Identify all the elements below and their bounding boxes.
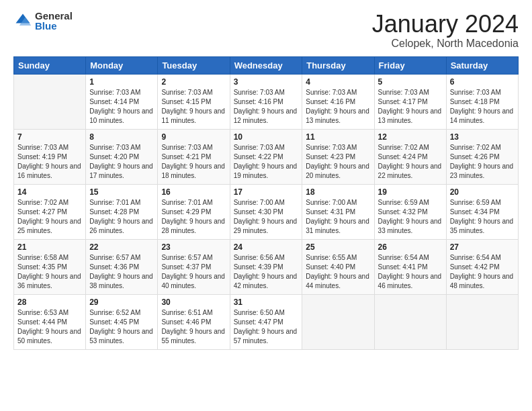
calendar-cell: 31Sunrise: 6:50 AMSunset: 4:47 PMDayligh… [230, 294, 302, 349]
day-info: Sunrise: 6:57 AMSunset: 4:36 PMDaylight:… [89, 253, 154, 291]
day-number: 23 [161, 242, 226, 252]
logo-text: General Blue [35, 11, 73, 31]
day-number: 22 [89, 242, 154, 252]
day-info: Sunrise: 6:50 AMSunset: 4:47 PMDaylight:… [234, 308, 299, 346]
col-sunday: Sunday [14, 56, 86, 74]
calendar-cell: 6Sunrise: 7:03 AMSunset: 4:18 PMDaylight… [446, 74, 518, 129]
calendar-week-0: 1Sunrise: 7:03 AMSunset: 4:14 PMDaylight… [14, 74, 519, 129]
calendar-week-3: 21Sunrise: 6:58 AMSunset: 4:35 PMDayligh… [14, 239, 519, 294]
day-info: Sunrise: 6:54 AMSunset: 4:42 PMDaylight:… [450, 253, 515, 291]
calendar-cell: 11Sunrise: 7:03 AMSunset: 4:23 PMDayligh… [302, 129, 374, 184]
calendar-cell: 13Sunrise: 7:02 AMSunset: 4:26 PMDayligh… [446, 129, 518, 184]
day-number: 29 [89, 298, 154, 307]
calendar-cell: 4Sunrise: 7:03 AMSunset: 4:16 PMDaylight… [302, 74, 374, 129]
calendar-cell: 2Sunrise: 7:03 AMSunset: 4:15 PMDaylight… [158, 74, 230, 129]
day-info: Sunrise: 6:53 AMSunset: 4:44 PMDaylight:… [17, 308, 82, 346]
calendar-cell: 3Sunrise: 7:03 AMSunset: 4:16 PMDaylight… [230, 74, 302, 129]
day-info: Sunrise: 6:59 AMSunset: 4:34 PMDaylight:… [450, 198, 515, 236]
day-number: 9 [161, 132, 226, 142]
calendar-cell: 7Sunrise: 7:03 AMSunset: 4:19 PMDaylight… [14, 129, 86, 184]
calendar-cell: 14Sunrise: 7:02 AMSunset: 4:27 PMDayligh… [14, 184, 86, 239]
calendar-cell: 29Sunrise: 6:52 AMSunset: 4:45 PMDayligh… [86, 294, 158, 349]
day-info: Sunrise: 7:03 AMSunset: 4:18 PMDaylight:… [450, 88, 515, 126]
day-number: 25 [306, 242, 370, 252]
day-info: Sunrise: 6:52 AMSunset: 4:45 PMDaylight:… [89, 308, 154, 346]
calendar-cell [302, 294, 374, 349]
day-info: Sunrise: 6:54 AMSunset: 4:41 PMDaylight:… [378, 253, 443, 291]
calendar-cell: 25Sunrise: 6:55 AMSunset: 4:40 PMDayligh… [302, 239, 374, 294]
day-info: Sunrise: 7:03 AMSunset: 4:14 PMDaylight:… [89, 88, 154, 126]
day-number: 26 [378, 242, 443, 252]
day-info: Sunrise: 7:03 AMSunset: 4:21 PMDaylight:… [161, 143, 226, 181]
day-number: 12 [378, 132, 443, 142]
day-info: Sunrise: 6:59 AMSunset: 4:32 PMDaylight:… [378, 198, 443, 236]
calendar-cell: 12Sunrise: 7:02 AMSunset: 4:24 PMDayligh… [374, 129, 446, 184]
calendar-cell: 22Sunrise: 6:57 AMSunset: 4:36 PMDayligh… [86, 239, 158, 294]
day-number: 30 [161, 298, 226, 307]
day-number: 21 [17, 242, 82, 252]
calendar-cell: 30Sunrise: 6:51 AMSunset: 4:46 PMDayligh… [158, 294, 230, 349]
day-number: 11 [306, 132, 370, 142]
day-number: 14 [17, 187, 82, 197]
calendar-cell: 17Sunrise: 7:00 AMSunset: 4:30 PMDayligh… [230, 184, 302, 239]
day-info: Sunrise: 7:03 AMSunset: 4:16 PMDaylight:… [306, 88, 370, 126]
day-number: 16 [161, 187, 226, 197]
calendar-cell [446, 294, 518, 349]
calendar-cell: 24Sunrise: 6:56 AMSunset: 4:39 PMDayligh… [230, 239, 302, 294]
day-info: Sunrise: 7:01 AMSunset: 4:28 PMDaylight:… [89, 198, 154, 236]
col-thursday: Thursday [302, 56, 374, 74]
calendar-week-4: 28Sunrise: 6:53 AMSunset: 4:44 PMDayligh… [14, 294, 519, 349]
day-number: 2 [161, 77, 226, 87]
day-number: 18 [306, 187, 370, 197]
title-block: January 2024 Celopek, North Macedonia [372, 11, 519, 50]
col-friday: Friday [374, 56, 446, 74]
logo: General Blue [13, 11, 73, 31]
day-number: 31 [234, 298, 299, 307]
day-number: 3 [234, 77, 299, 87]
calendar-cell: 20Sunrise: 6:59 AMSunset: 4:34 PMDayligh… [446, 184, 518, 239]
calendar-cell: 16Sunrise: 7:01 AMSunset: 4:29 PMDayligh… [158, 184, 230, 239]
calendar-cell: 1Sunrise: 7:03 AMSunset: 4:14 PMDaylight… [86, 74, 158, 129]
col-tuesday: Tuesday [158, 56, 230, 74]
day-number: 6 [450, 77, 515, 87]
day-number: 7 [17, 132, 82, 142]
location: Celopek, North Macedonia [372, 38, 519, 50]
calendar-week-1: 7Sunrise: 7:03 AMSunset: 4:19 PMDaylight… [14, 129, 519, 184]
calendar-cell: 19Sunrise: 6:59 AMSunset: 4:32 PMDayligh… [374, 184, 446, 239]
calendar-cell: 18Sunrise: 7:00 AMSunset: 4:31 PMDayligh… [302, 184, 374, 239]
day-info: Sunrise: 7:00 AMSunset: 4:30 PMDaylight:… [234, 198, 299, 236]
day-number: 28 [17, 298, 82, 307]
calendar-table: Sunday Monday Tuesday Wednesday Thursday… [13, 56, 519, 350]
calendar-cell: 26Sunrise: 6:54 AMSunset: 4:41 PMDayligh… [374, 239, 446, 294]
calendar-header-row: Sunday Monday Tuesday Wednesday Thursday… [14, 56, 519, 74]
day-info: Sunrise: 6:55 AMSunset: 4:40 PMDaylight:… [306, 253, 370, 291]
logo-icon [13, 11, 32, 30]
day-info: Sunrise: 7:00 AMSunset: 4:31 PMDaylight:… [306, 198, 370, 236]
day-info: Sunrise: 7:03 AMSunset: 4:17 PMDaylight:… [378, 88, 443, 126]
page-container: General Blue January 2024 Celopek, North… [0, 0, 532, 357]
logo-blue-text: Blue [35, 21, 73, 31]
calendar-cell: 9Sunrise: 7:03 AMSunset: 4:21 PMDaylight… [158, 129, 230, 184]
calendar-cell [374, 294, 446, 349]
day-info: Sunrise: 7:03 AMSunset: 4:16 PMDaylight:… [234, 88, 299, 126]
col-monday: Monday [86, 56, 158, 74]
calendar-cell: 5Sunrise: 7:03 AMSunset: 4:17 PMDaylight… [374, 74, 446, 129]
day-number: 4 [306, 77, 370, 87]
calendar-cell [14, 74, 86, 129]
day-info: Sunrise: 7:03 AMSunset: 4:20 PMDaylight:… [89, 143, 154, 181]
day-info: Sunrise: 6:51 AMSunset: 4:46 PMDaylight:… [161, 308, 226, 346]
calendar-cell: 10Sunrise: 7:03 AMSunset: 4:22 PMDayligh… [230, 129, 302, 184]
day-number: 10 [234, 132, 299, 142]
day-info: Sunrise: 7:03 AMSunset: 4:23 PMDaylight:… [306, 143, 370, 181]
day-info: Sunrise: 6:58 AMSunset: 4:35 PMDaylight:… [17, 253, 82, 291]
day-info: Sunrise: 7:02 AMSunset: 4:24 PMDaylight:… [378, 143, 443, 181]
day-number: 17 [234, 187, 299, 197]
day-info: Sunrise: 7:03 AMSunset: 4:19 PMDaylight:… [17, 143, 82, 181]
day-number: 24 [234, 242, 299, 252]
logo-general-text: General [35, 11, 73, 21]
calendar-cell: 21Sunrise: 6:58 AMSunset: 4:35 PMDayligh… [14, 239, 86, 294]
day-info: Sunrise: 7:02 AMSunset: 4:26 PMDaylight:… [450, 143, 515, 181]
day-number: 1 [89, 77, 154, 87]
day-number: 15 [89, 187, 154, 197]
day-info: Sunrise: 6:56 AMSunset: 4:39 PMDaylight:… [234, 253, 299, 291]
